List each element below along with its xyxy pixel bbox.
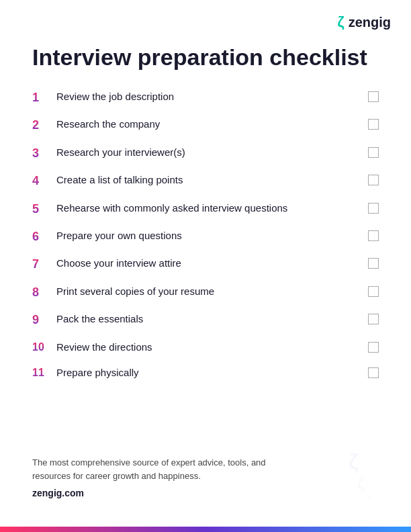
footer-section: The most comprehensive source of expert … <box>32 456 379 498</box>
page: ζ zengig Interview preparation checklist… <box>0 0 411 532</box>
item-text-4: Create a list of talking points <box>56 173 368 187</box>
logo-text: zengig <box>349 15 391 30</box>
list-item: 5 Rehearse with commonly asked interview… <box>32 195 379 223</box>
list-item: 6 Prepare your own questions <box>32 223 379 251</box>
item-text-8: Print several copies of your resume <box>56 285 368 298</box>
item-text-6: Prepare your own questions <box>56 229 368 242</box>
footer-url: zengig.com <box>32 488 379 498</box>
item-number-4: 4 <box>32 173 50 189</box>
checkbox-6[interactable] <box>368 230 379 241</box>
list-item: 9 Pack the essentials <box>32 306 379 334</box>
checkbox-8[interactable] <box>368 286 379 297</box>
svg-text:ζ: ζ <box>357 474 365 492</box>
logo-icon: ζ <box>338 13 345 31</box>
checkbox-11[interactable] <box>368 367 379 378</box>
list-item: 2 Research the company <box>32 112 379 139</box>
svg-text:ζ: ζ <box>349 449 359 474</box>
item-text-9: Pack the essentials <box>56 312 368 326</box>
item-text-3: Research your interviewer(s) <box>56 146 368 159</box>
item-text-10: Review the directions <box>56 341 368 354</box>
list-item: 11 Prepare physically <box>32 360 379 386</box>
item-text-11: Prepare physically <box>56 366 368 380</box>
item-number-5: 5 <box>32 202 50 217</box>
page-title: Interview preparation checklist <box>32 44 379 71</box>
list-item: 10 Review the directions <box>32 335 379 361</box>
item-number-9: 9 <box>32 312 50 328</box>
bottom-bar <box>0 527 411 532</box>
item-number-11: 11 <box>32 366 50 380</box>
checklist: 1 Review the job description 2 Research … <box>0 84 411 386</box>
item-text-5: Rehearse with commonly asked interview q… <box>56 202 368 215</box>
item-number-6: 6 <box>32 229 50 245</box>
footer-description: The most comprehensive source of expert … <box>32 456 287 482</box>
checkbox-5[interactable] <box>368 203 379 214</box>
item-text-2: Research the company <box>56 118 368 131</box>
item-number-2: 2 <box>32 118 50 133</box>
decorative-z: ζ ζ ζ <box>344 449 398 505</box>
item-text-1: Review the job description <box>56 90 368 103</box>
item-number-8: 8 <box>32 285 50 300</box>
checkbox-1[interactable] <box>368 91 379 102</box>
item-number-10: 10 <box>32 341 50 355</box>
checkbox-4[interactable] <box>368 175 379 185</box>
svg-text:ζ: ζ <box>366 493 372 502</box>
list-item: 4 Create a list of talking points <box>32 167 379 195</box>
checkbox-7[interactable] <box>368 258 379 269</box>
header: ζ zengig <box>0 0 411 38</box>
item-text-7: Choose your interview attire <box>56 257 368 270</box>
list-item: 1 Review the job description <box>32 84 379 112</box>
list-item: 3 Research your interviewer(s) <box>32 140 379 167</box>
checkbox-2[interactable] <box>368 119 379 130</box>
checkbox-10[interactable] <box>368 342 379 353</box>
item-number-3: 3 <box>32 146 50 161</box>
logo: ζ zengig <box>338 13 391 31</box>
title-section: Interview preparation checklist <box>0 38 411 84</box>
checkbox-3[interactable] <box>368 147 379 158</box>
list-item: 8 Print several copies of your resume <box>32 279 379 306</box>
item-number-1: 1 <box>32 90 50 105</box>
item-number-7: 7 <box>32 257 50 272</box>
checkbox-9[interactable] <box>368 314 379 324</box>
list-item: 7 Choose your interview attire <box>32 251 379 278</box>
